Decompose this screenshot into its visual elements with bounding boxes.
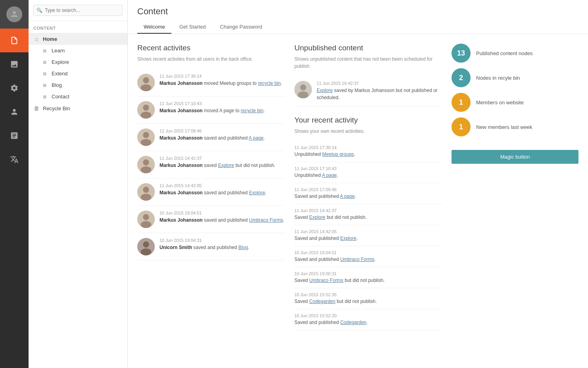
activity-time: 11 Jun 2015 17:30:14: [294, 145, 442, 150]
user-avatar-bar[interactable]: [0, 0, 29, 29]
tab-change-password[interactable]: Change Password: [213, 21, 268, 34]
avatar: [137, 238, 155, 255]
recycle-count-badge: 2: [452, 68, 471, 87]
explore-link-2[interactable]: Explore: [249, 190, 265, 196]
sidebar-item-blog[interactable]: ▦ Blog: [37, 79, 127, 91]
umbraco-forms-link[interactable]: Umbraco Forms: [249, 217, 283, 223]
a-page-link[interactable]: A page: [249, 135, 263, 141]
blog-link[interactable]: Blog: [238, 245, 248, 250]
stat-item-recycle: 2 Nodes in recyle bin: [452, 68, 578, 87]
unpublished-title: Unpublished content: [294, 44, 442, 52]
your-activity-list: 11 Jun 2015 17:30:14 Unpublished Meetup …: [294, 141, 442, 330]
home-icon: ⌂: [33, 36, 40, 42]
unpublished-text: Explore saved by Markus Johansson but no…: [317, 87, 442, 101]
list-item: 11 Jun 2015 17:30:14 Markus Johansson mo…: [137, 69, 285, 96]
svg-point-20: [143, 242, 149, 247]
members-count-label: Members on website: [476, 100, 524, 105]
trash-icon: 🗑: [33, 105, 40, 111]
activity-text: Unpublished Meetup groups.: [294, 151, 442, 158]
activity-text: Unicorn Smith saved and published Blog.: [159, 244, 285, 251]
tab-welcome[interactable]: Welcome: [137, 21, 171, 34]
umbraco-forms-link-3[interactable]: Umbraco Forms: [309, 278, 343, 283]
page-title: Content: [137, 6, 578, 17]
activity-time: 11 Jun 2015 17:10:43: [159, 101, 285, 106]
recent-activities-section: Recent activites Shows recent activites …: [137, 44, 285, 261]
activity-time: 11 Jun 2015 14:42:05: [294, 229, 442, 234]
svg-point-21: [141, 248, 151, 255]
list-item: 11 Jun 2015 14:42:37 Saved Explore but d…: [294, 204, 442, 225]
sidebar-item-contact[interactable]: ▦ Contact: [37, 91, 127, 102]
activity-time: 10 Jun 2015 19:00:31: [294, 271, 442, 276]
sidebar-item-translation[interactable]: [0, 148, 29, 171]
activity-text: Markus Johansson saved and published Umb…: [159, 217, 285, 224]
codegarden-link[interactable]: Codegarden: [309, 299, 335, 304]
umbraco-forms-link-2[interactable]: Umbraco Forms: [340, 257, 374, 262]
recent-activities-desc: Shows recent activites from all users in…: [137, 56, 285, 63]
stat-item-published: 13 Published content nodes: [452, 44, 578, 63]
main-content: Content Welcome Get Started Change Passw…: [128, 0, 588, 368]
sidebar-item-extend[interactable]: ▦ Extend: [37, 68, 127, 79]
svg-point-11: [143, 159, 149, 165]
sidebar-item-home[interactable]: ⌂ Home: [29, 33, 127, 45]
list-item: 11 Jun 2015 17:30:14 Unpublished Meetup …: [294, 141, 442, 162]
explore-link[interactable]: Explore: [218, 163, 234, 168]
list-item: 10 Jun 2015 19:04:51 Markus Johansson sa…: [137, 206, 285, 233]
sidebar-search-area: 🔍: [29, 0, 127, 21]
recycle-count-label: Nodes in recyle bin: [476, 75, 520, 81]
avatar: [6, 6, 22, 22]
explore-link-4[interactable]: Explore: [340, 236, 356, 241]
published-count-badge: 13: [452, 44, 471, 63]
activity-list: 11 Jun 2015 17:30:14 Markus Johansson mo…: [137, 69, 285, 261]
list-item: 11 Jun 2015 16:42:37 Explore saved by Ma…: [294, 76, 442, 106]
list-item: 10 Jun 2015 15:52:35 Saved Codegarden bu…: [294, 288, 442, 309]
activity-text: Saved and published A page.: [294, 193, 442, 200]
svg-point-5: [143, 105, 149, 111]
activity-text: Markus Johansson saved and published Exp…: [159, 189, 285, 196]
a-page-link-3[interactable]: A page: [340, 194, 355, 199]
list-item: 11 Jun 2015 14:42:05 Markus Johansson sa…: [137, 178, 285, 206]
sidebar-item-explore[interactable]: ▦ Explore: [37, 56, 127, 68]
avatar: [294, 81, 312, 98]
sidebar-item-recycle-bin[interactable]: 🗑 Recycle Bin: [29, 102, 127, 114]
main-body: Recent activites Shows recent activites …: [128, 34, 588, 368]
sidebar-item-content[interactable]: [0, 29, 29, 52]
sidebar-item-learn[interactable]: ▦ Learn: [37, 45, 127, 56]
sidebar-item-users[interactable]: [0, 100, 29, 124]
activity-text: Markus Johansson saved Explore but did n…: [159, 162, 285, 169]
new-members-count-badge: 1: [452, 117, 471, 136]
codegarden-link-2[interactable]: Codegarden: [340, 320, 366, 325]
published-count-label: Published content nodes: [476, 50, 532, 56]
recycle-bin-link[interactable]: recycle bin: [258, 80, 281, 86]
explore-link-3[interactable]: Explore: [309, 215, 325, 220]
avatar: [137, 183, 155, 201]
activity-time: 11 Jun 2015 17:10:43: [294, 166, 442, 171]
activity-time: 11 Jun 2015 17:09:46: [294, 187, 442, 192]
grid-icon-2: ▦: [43, 60, 48, 64]
svg-point-6: [141, 111, 151, 119]
activity-time: 10 Jun 2015 15:52:35: [294, 292, 442, 297]
activity-text: Saved and published Umbraco Forms.: [294, 256, 442, 263]
magic-button[interactable]: Magic button: [452, 150, 578, 164]
search-input[interactable]: [33, 5, 123, 16]
explore-link-unpublished[interactable]: Explore: [317, 88, 333, 93]
new-members-count-label: New members last week: [476, 124, 532, 130]
a-page-link-2[interactable]: A page: [322, 172, 336, 178]
list-item: 11 Jun 2015 14:42:37 Markus Johansson sa…: [137, 151, 285, 178]
sidebar-item-forms[interactable]: [0, 124, 29, 148]
svg-point-14: [143, 187, 149, 193]
sidebar-item-settings[interactable]: [0, 76, 29, 100]
tab-get-started[interactable]: Get Started: [173, 21, 212, 34]
svg-point-17: [143, 214, 149, 220]
list-item: 10 Jun 2015 19:04:31 Unicorn Smith saved…: [137, 233, 285, 261]
activity-time: 10 Jun 2015 15:52:20: [294, 313, 442, 318]
unpublished-time: 11 Jun 2015 16:42:37: [317, 81, 442, 86]
svg-point-24: [298, 91, 308, 98]
your-activity-title: Your recent activity: [294, 116, 442, 125]
sidebar-item-media[interactable]: [0, 52, 29, 76]
list-item: 11 Jun 2015 17:10:43 Markus Johansson mo…: [137, 96, 285, 124]
activity-time: 11 Jun 2015 17:09:46: [159, 128, 285, 133]
meetup-groups-link[interactable]: Meetup groups: [322, 151, 354, 157]
activity-time: 11 Jun 2015 14:42:05: [159, 183, 285, 188]
grid-icon-3: ▦: [43, 71, 48, 76]
recycle-bin-link-2[interactable]: recycle bin: [241, 108, 263, 113]
